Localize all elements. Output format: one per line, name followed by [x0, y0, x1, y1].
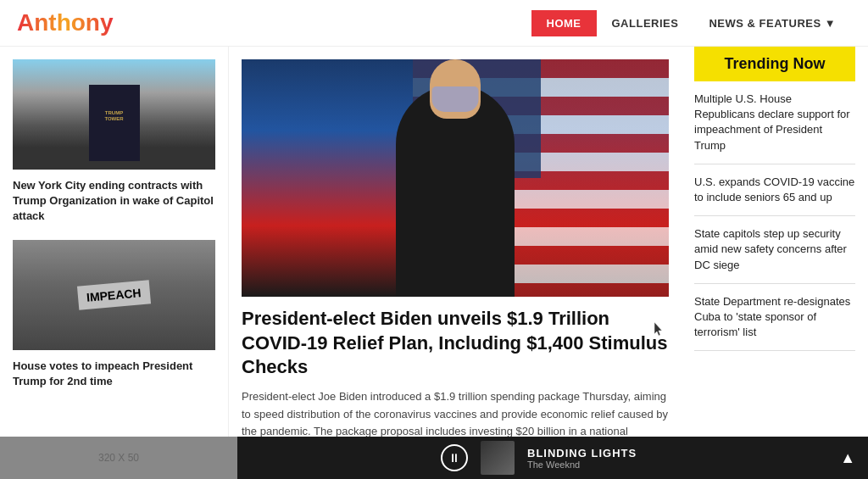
nav-galleries[interactable]: GALLERIES — [597, 10, 694, 36]
logo[interactable]: Anthony — [17, 9, 114, 36]
sidebar-card-1[interactable]: New York City ending contracts with Trum… — [13, 59, 215, 225]
sidebar-title-1: New York City ending contracts with Trum… — [13, 178, 215, 225]
expand-button[interactable]: ▲ — [840, 449, 855, 467]
trending-item-2[interactable]: U.S. expands COVID-19 vaccine to include… — [694, 164, 855, 216]
pause-button[interactable]: ⏸ — [441, 444, 468, 471]
mask-graphic — [432, 86, 479, 112]
trending-header: Trending Now — [694, 47, 855, 81]
nav-news-features[interactable]: NEWS & FEATURES ▼ — [693, 10, 851, 36]
main-headline: President-elect Biden unveils $1.9 Trill… — [242, 307, 669, 380]
main-article-image — [242, 59, 669, 297]
main-layout: New York City ending contracts with Trum… — [0, 47, 868, 437]
player-ad: 320 X 50 — [0, 437, 237, 479]
track-name: BLINDING LIGHTS — [527, 447, 637, 460]
player-thumbnail — [481, 441, 515, 475]
nav: HOME GALLERIES NEWS & FEATURES ▼ — [531, 10, 852, 36]
trump-tower-image — [13, 59, 215, 170]
right-sidebar: Trending Now Multiple U.S. House Republi… — [682, 47, 868, 437]
chevron-down-icon: ▼ — [825, 17, 836, 30]
center-content: President-elect Biden unveils $1.9 Trill… — [229, 47, 682, 437]
sidebar-title-2: House votes to impeach President Trump f… — [13, 359, 215, 389]
player-controls: ⏸ BLINDING LIGHTS The Weeknd — [237, 441, 840, 475]
building-graphic — [89, 85, 140, 161]
pause-icon: ⏸ — [448, 451, 460, 465]
nav-home[interactable]: HOME — [531, 10, 597, 36]
trending-item-4[interactable]: State Department re-designates Cuba to '… — [694, 284, 855, 352]
artist-name: The Weeknd — [527, 460, 637, 470]
player-bar: 320 X 50 ⏸ BLINDING LIGHTS The Weeknd ▲ — [0, 437, 868, 479]
ad-label: 320 X 50 — [98, 452, 139, 464]
main-body: President-elect Joe Biden introduced a $… — [242, 388, 669, 437]
player-info: BLINDING LIGHTS The Weeknd — [527, 447, 637, 470]
trending-item-3[interactable]: State capitols step up security amid new… — [694, 216, 855, 284]
impeach-sign: IMPEACH — [77, 280, 151, 309]
header: Anthony HOME GALLERIES NEWS & FEATURES ▼ — [0, 0, 868, 47]
impeach-image: IMPEACH — [13, 240, 215, 350]
left-sidebar: New York City ending contracts with Trum… — [0, 47, 229, 437]
trending-item-1[interactable]: Multiple U.S. House Republicans declare … — [694, 81, 855, 164]
sidebar-card-2[interactable]: IMPEACH House votes to impeach President… — [13, 240, 215, 389]
